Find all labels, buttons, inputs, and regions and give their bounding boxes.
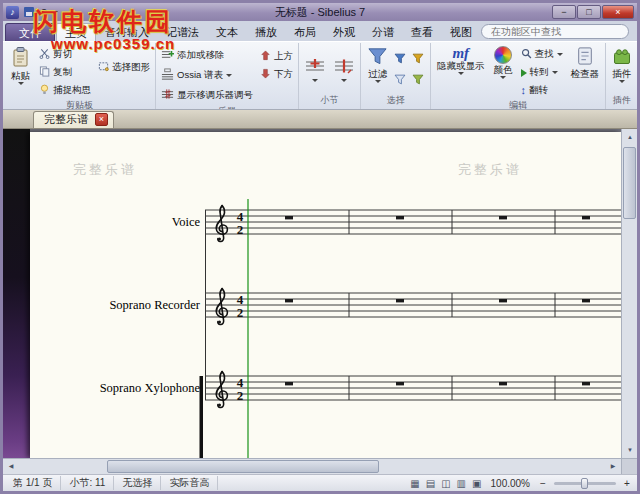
filter-button[interactable]: 过滤 xyxy=(364,44,391,84)
move-above-button[interactable]: 上方 xyxy=(258,49,295,64)
find-dropdown-icon xyxy=(557,53,563,56)
ribbon: 粘贴 剪切 复制 捕捉构思 xyxy=(3,41,637,110)
zoom-in-button[interactable]: + xyxy=(621,478,633,489)
select-graphic-button[interactable]: 选择图形 xyxy=(96,60,152,75)
scroll-up-icon[interactable]: ▲ xyxy=(622,129,637,145)
paste-button[interactable]: 粘贴 xyxy=(7,44,34,86)
group-label-clipboard: 剪贴板 xyxy=(7,98,152,110)
treble-clef-icon xyxy=(216,372,227,408)
vertical-scrollbar-thumb[interactable] xyxy=(623,147,636,219)
staff-voice[interactable]: 4 2 Voice xyxy=(172,206,621,242)
whole-rest[interactable] xyxy=(285,216,293,219)
ossia-staff-button[interactable]: Ossia 谱表 xyxy=(159,67,255,84)
staff-soprano-xylophone[interactable]: 4 2 Soprano Xylophone xyxy=(100,372,621,458)
move-below-button[interactable]: 下方 xyxy=(258,67,295,82)
horizontal-scrollbar[interactable]: ◀ ▶ xyxy=(3,458,637,474)
add-bar-dropdown-icon xyxy=(312,79,318,82)
scroll-down-icon[interactable]: ▼ xyxy=(622,442,637,458)
ossia-dropdown-icon xyxy=(226,74,232,77)
scroll-right-icon[interactable]: ▶ xyxy=(605,459,621,474)
tab-home[interactable]: 主页 xyxy=(56,23,96,41)
copy-label: 复制 xyxy=(53,66,72,79)
zoom-slider-thumb[interactable] xyxy=(581,478,588,489)
whole-rest[interactable] xyxy=(396,382,404,385)
add-remove-instruments-button[interactable]: 添加或移除 xyxy=(159,47,255,64)
staff-bracket xyxy=(200,376,204,458)
filter-mixed-icon[interactable] xyxy=(412,71,427,89)
find-button[interactable]: 查找 xyxy=(519,47,565,62)
status-selection: 无选择 xyxy=(114,476,161,490)
tab-close-button[interactable]: × xyxy=(95,113,108,126)
whole-rest[interactable] xyxy=(285,299,293,302)
close-button[interactable]: × xyxy=(602,5,634,19)
hide-show-label: 隐藏或显示 xyxy=(437,61,485,71)
plugin-button[interactable]: 插件 xyxy=(609,44,635,84)
flip-label: 翻转 xyxy=(529,84,548,97)
group-label-bars: 小节 xyxy=(302,93,357,109)
filter-gold-icon[interactable] xyxy=(412,50,427,68)
zoom-out-button[interactable]: − xyxy=(537,478,549,489)
cut-button[interactable]: 剪切 xyxy=(37,47,93,62)
view-mode-spread-icon[interactable]: ◫ xyxy=(439,478,452,489)
tab-file[interactable]: 文件 xyxy=(5,23,55,41)
capture-idea-button[interactable]: 捕捉构思 xyxy=(37,83,93,98)
tab-layout[interactable]: 布局 xyxy=(286,23,324,41)
horizontal-scrollbar-thumb[interactable] xyxy=(107,460,379,473)
whole-rest[interactable] xyxy=(499,216,507,219)
tab-appearance[interactable]: 外观 xyxy=(325,23,363,41)
search-icon xyxy=(521,48,532,61)
goto-button[interactable]: 转到 xyxy=(519,65,565,80)
view-mode-panorama-icon[interactable]: ▥ xyxy=(455,478,468,489)
staff-soprano-recorder[interactable]: 4 2 Soprano Recorder xyxy=(109,289,621,325)
view-mode-pages-icon[interactable]: ▦ xyxy=(408,478,421,489)
tab-notations[interactable]: 记谱法 xyxy=(158,23,207,41)
horizontal-scrollbar-track[interactable] xyxy=(19,459,605,474)
capture-idea-label: 捕捉构思 xyxy=(53,84,91,97)
whole-rest[interactable] xyxy=(582,299,590,302)
zoom-slider[interactable] xyxy=(554,482,616,485)
status-bars: 小节: 11 xyxy=(61,476,114,490)
minimize-button[interactable]: − xyxy=(552,5,576,19)
instrument-name: Soprano Xylophone xyxy=(100,381,201,395)
filter-blue-icon[interactable] xyxy=(394,50,409,68)
arrow-up-icon xyxy=(260,50,271,63)
flip-button[interactable]: ↕ 翻转 xyxy=(519,83,565,98)
key-signature-icon xyxy=(161,88,174,103)
copy-button[interactable]: 复制 xyxy=(37,65,93,80)
score-canvas[interactable]: 完整乐谱 完整乐谱 4 2 Voice xyxy=(3,129,621,458)
whole-rest[interactable] xyxy=(285,382,293,385)
filter-outline-icon[interactable] xyxy=(394,71,409,89)
maximize-button[interactable]: □ xyxy=(577,5,601,19)
ribbon-search-input[interactable] xyxy=(481,24,629,39)
arrow-down-icon xyxy=(260,68,271,81)
document-tab-full-score[interactable]: 完整乐谱 × xyxy=(33,111,114,128)
inspector-button[interactable]: 检查器 xyxy=(568,44,603,80)
whole-rest[interactable] xyxy=(499,382,507,385)
whole-rest[interactable] xyxy=(396,299,404,302)
color-button[interactable]: 颜色 xyxy=(491,44,516,80)
window-controls: − □ × xyxy=(551,5,634,19)
scrollbar-corner xyxy=(621,459,637,474)
whole-rest[interactable] xyxy=(396,216,404,219)
add-bar-button[interactable] xyxy=(302,54,328,83)
tab-note-input[interactable]: 音符输入 xyxy=(97,23,157,41)
add-remove-label: 添加或移除 xyxy=(177,49,225,62)
view-mode-single-icon[interactable]: ▤ xyxy=(424,478,437,489)
page-watermark: 完整乐谱 xyxy=(73,162,137,177)
split-bar-button[interactable] xyxy=(331,54,357,83)
tab-play[interactable]: 播放 xyxy=(247,23,285,41)
view-mode-focus-icon[interactable]: ▣ xyxy=(470,478,483,489)
tab-parts[interactable]: 分谱 xyxy=(364,23,402,41)
hide-show-button[interactable]: mf 隐藏或显示 xyxy=(434,44,488,76)
whole-rest[interactable] xyxy=(499,299,507,302)
vertical-scrollbar[interactable]: ▲ ▼ xyxy=(621,129,637,458)
tab-review[interactable]: 查看 xyxy=(403,23,441,41)
whole-rest[interactable] xyxy=(582,216,590,219)
whole-rest[interactable] xyxy=(582,382,590,385)
tab-text[interactable]: 文本 xyxy=(208,23,246,41)
transposing-key-button[interactable]: 显示移调乐器调号 xyxy=(159,87,255,104)
scroll-left-icon[interactable]: ◀ xyxy=(3,459,19,474)
filter-dropdown-icon xyxy=(375,80,381,83)
status-concert-pitch[interactable]: 实际音高 xyxy=(161,476,218,490)
tab-view[interactable]: 视图 xyxy=(442,23,480,41)
